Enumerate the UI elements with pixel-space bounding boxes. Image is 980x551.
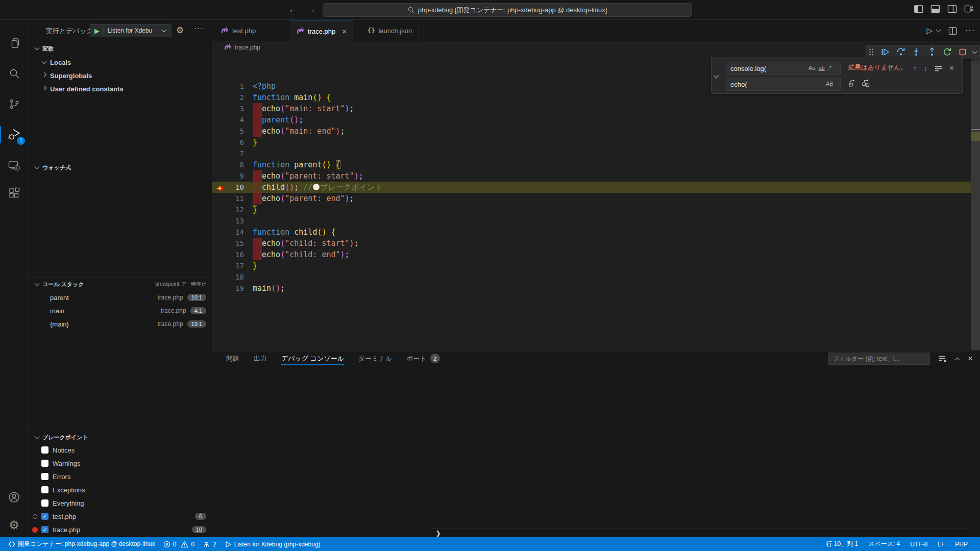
activity-run-and-debug-icon[interactable]: 1 — [0, 122, 28, 147]
run-dropdown-chevron-icon[interactable] — [936, 28, 941, 33]
replace-all-icon[interactable] — [862, 79, 871, 87]
code-line[interactable]: 10child(); //ブレークポイント — [212, 182, 971, 193]
call-stack-frame-parent[interactable]: parenttrace.php10:1 — [28, 291, 212, 304]
remote-indicator[interactable]: 開発コンテナー: php-xdebug-app @ desktop-linux — [4, 537, 159, 551]
sidebar-more-icon[interactable]: ··· — [194, 24, 204, 33]
checkbox[interactable] — [41, 473, 48, 480]
code-line[interactable]: 13 — [212, 215, 971, 227]
close-find-icon[interactable]: × — [949, 64, 954, 73]
variables-item-User defined constants[interactable]: User defined constants — [28, 82, 212, 95]
debug-session-indicator[interactable]: Listen for Xdebug (php-xdebug) — [220, 537, 325, 551]
call-stack-frame-{main}[interactable]: {main}trace.php19:1 — [28, 317, 212, 331]
activity-explorer-icon[interactable] — [0, 30, 28, 56]
panel-tab-出力[interactable]: 出力 — [254, 350, 267, 366]
maximize-panel-chevron-icon[interactable] — [955, 357, 960, 362]
variables-item-Superglobals[interactable]: Superglobals — [28, 69, 212, 82]
breakpoint-toggle-Exceptions[interactable]: Exceptions — [28, 483, 212, 496]
stop-icon[interactable] — [959, 48, 967, 56]
variables-item-Locals[interactable]: Locals — [28, 56, 212, 69]
encoding[interactable]: UTF-8 — [905, 537, 933, 551]
call-stack-frame-main[interactable]: maintrace.php4:1 — [28, 304, 212, 317]
code-line[interactable]: 19main(); — [212, 283, 971, 294]
panel-tab-問題[interactable]: 問題 — [226, 350, 239, 366]
language-mode[interactable]: PHP — [950, 537, 973, 551]
code-line[interactable]: 9echo("parent: start"); — [212, 170, 971, 182]
eol[interactable]: LF — [933, 537, 950, 551]
checkbox[interactable]: ✓ — [41, 526, 48, 533]
indentation[interactable]: スペース: 4 — [863, 537, 905, 551]
replace-icon[interactable] — [848, 79, 856, 87]
code-line[interactable]: 12} — [212, 204, 971, 215]
code-line[interactable]: 16echo("child: end"); — [212, 249, 971, 260]
continue-icon[interactable] — [880, 47, 890, 57]
cursor-position[interactable]: 行 10、列 1 — [821, 537, 863, 551]
code-line[interactable]: 15echo("child: start"); — [212, 238, 971, 249]
drag-grip-icon[interactable] — [868, 47, 874, 57]
nav-back-icon[interactable]: ← — [287, 5, 299, 15]
editor-scrollbar[interactable] — [971, 54, 980, 350]
debug-console-filter-input[interactable] — [828, 353, 930, 365]
breakpoints-section-header[interactable]: ブレークポイント — [28, 431, 212, 443]
activity-extensions-icon[interactable] — [0, 181, 28, 206]
split-editor-icon[interactable] — [948, 27, 957, 35]
settings-gear-icon[interactable]: ⚙ — [0, 512, 28, 538]
code-line[interactable]: 7 — [212, 148, 971, 159]
nav-forward-icon[interactable]: → — [305, 5, 317, 15]
checkbox[interactable] — [41, 499, 48, 507]
ports-indicator[interactable]: 2 — [199, 537, 220, 551]
match-case-icon[interactable]: Aa — [808, 65, 815, 71]
panel-tab-ターミナル[interactable]: ターミナル — [358, 350, 392, 366]
breakpoint-toggle-Errors[interactable]: Errors — [28, 470, 212, 483]
checkbox[interactable]: ✓ — [41, 513, 48, 520]
debug-settings-gear-icon[interactable]: ⚙ — [176, 25, 184, 36]
tab-test.php[interactable]: test.php — [214, 20, 262, 41]
problems-indicator[interactable]: 0 0 — [159, 537, 199, 551]
restart-icon[interactable] — [943, 47, 952, 57]
whole-word-icon[interactable]: ab — [818, 65, 824, 71]
close-tab-icon[interactable]: × — [342, 27, 347, 36]
code-line[interactable]: 5echo("main: end"); — [212, 126, 971, 137]
replace-input[interactable] — [726, 78, 841, 91]
code-line[interactable]: 17} — [212, 260, 971, 271]
step-out-icon[interactable] — [927, 47, 937, 57]
preserve-case-icon[interactable]: AB — [826, 81, 834, 87]
toolbar-more-chevron-icon[interactable] — [972, 49, 977, 54]
checkbox[interactable] — [41, 460, 48, 467]
panel-tab-ポート[interactable]: ポート2 — [406, 350, 440, 366]
accounts-icon[interactable] — [0, 484, 28, 510]
activity-remote-explorer-icon[interactable] — [0, 153, 28, 178]
breakpoint-file-trace.php[interactable]: ✓trace.php10 — [28, 523, 212, 536]
code-line[interactable]: 11echo("parent: end"); — [212, 193, 971, 204]
debug-console-input[interactable]: ❯ — [427, 529, 971, 537]
code-editor[interactable]: 1<?php2function main() {3echo("main: sta… — [212, 54, 971, 350]
breakpoint-toggle-Warnings[interactable]: Warnings — [28, 457, 212, 470]
clear-console-icon[interactable] — [939, 355, 947, 363]
code-line[interactable]: 18 — [212, 271, 971, 283]
code-line[interactable]: 4parent(); — [212, 114, 971, 126]
breakpoint-toggle-Everything[interactable]: Everything — [28, 496, 212, 510]
tab-trace.php[interactable]: trace.php× — [290, 20, 353, 42]
code-line[interactable]: 3echo("main: start"); — [212, 103, 971, 114]
find-next-icon[interactable]: ↓ — [924, 64, 927, 72]
editor-more-actions-icon[interactable]: ··· — [965, 26, 975, 35]
code-line[interactable]: 6} — [212, 137, 971, 148]
checkbox[interactable] — [41, 486, 48, 493]
run-file-icon[interactable]: ▷ — [926, 26, 933, 35]
close-panel-icon[interactable]: × — [968, 354, 973, 364]
watch-section-header[interactable]: ウォッチ式 — [28, 161, 212, 173]
panel-tab-デバッグ コンソール[interactable]: デバッグ コンソール — [281, 350, 344, 366]
activity-search-icon[interactable] — [0, 61, 28, 86]
customize-layout-icon[interactable] — [964, 4, 974, 14]
breakpoint-toggle-Notices[interactable]: Notices — [28, 443, 212, 457]
breakpoint-file-test.php[interactable]: ✓test.php6 — [28, 510, 212, 523]
toggle-primary-sidebar-icon[interactable] — [914, 4, 923, 14]
call-stack-section-header[interactable]: コール スタック breakpoint で一時停止 — [28, 278, 212, 290]
toggle-replace-chevron-icon[interactable] — [712, 57, 721, 94]
regex-icon[interactable]: .* — [828, 65, 831, 71]
step-over-icon[interactable] — [896, 47, 905, 57]
launch-config-dropdown[interactable]: ▶ Listen for Xdebu — [90, 24, 172, 37]
find-in-selection-icon[interactable] — [935, 65, 942, 72]
code-line[interactable]: 8function parent() { — [212, 159, 971, 170]
find-previous-icon[interactable]: ↑ — [913, 64, 917, 72]
command-center-search[interactable]: php-xdebug [開発コンテナー: php-xdebug-app @ de… — [323, 3, 692, 17]
